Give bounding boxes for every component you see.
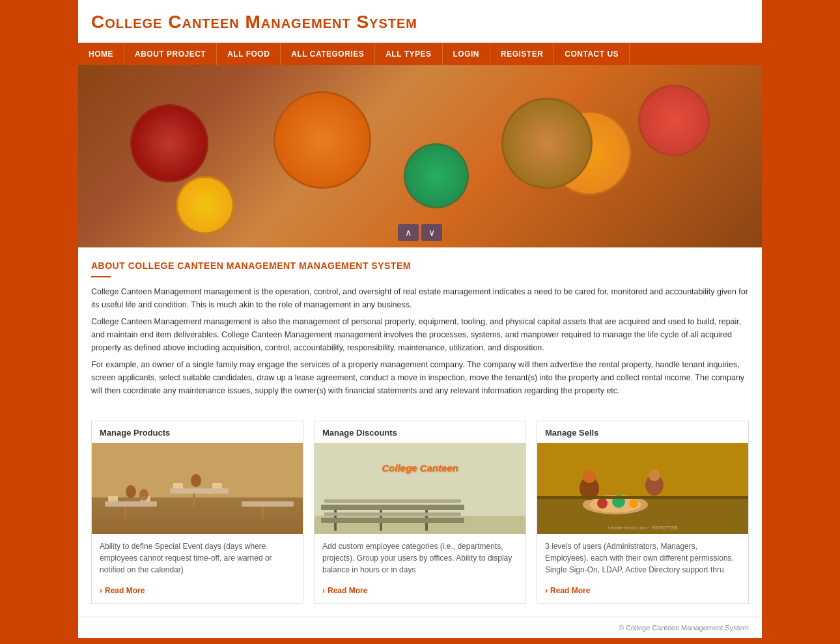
carousel-up-button[interactable]: ∧ [398,224,419,241]
footer-text: © College Canteen Management System [619,624,749,632]
svg-rect-18 [321,518,464,523]
svg-rect-6 [242,501,294,507]
food-decoration [404,143,469,208]
manage-discounts-desc: Add custom employee categories (i.e., de… [315,534,525,582]
svg-rect-24 [425,523,428,531]
svg-rect-22 [334,523,337,531]
svg-point-14 [191,474,201,487]
carousel-down-button[interactable]: ∨ [421,224,442,241]
about-text: College Canteen Management management is… [91,285,749,397]
manage-sells-image: shutterstock.com · 605927558 [537,443,748,534]
hero-image [78,65,762,247]
nav-item-all-types[interactable]: ALL TYPES [375,43,442,65]
navbar: HOMEABOUT PROJECTALL FOODALL CATEGORIESA… [78,43,762,65]
food-decoration [638,85,710,156]
svg-rect-4 [170,488,229,494]
svg-rect-38 [537,496,748,499]
nav-item-home[interactable]: HOME [78,43,124,65]
svg-text:shutterstock.com · 605927558: shutterstock.com · 605927558 [608,525,678,531]
manage-products-readmore[interactable]: › Read More [92,582,303,603]
food-decoration [176,176,234,234]
manage-discounts-card: Manage Discounts [314,421,526,604]
svg-rect-11 [212,483,222,488]
svg-point-13 [139,489,148,501]
svg-rect-7 [261,507,264,520]
about-title: ABOUT COLLEGE CANTEEN MANAGEMENT MANAGEM… [91,260,749,271]
manage-products-desc: Ability to define Special Event days (da… [92,534,303,582]
svg-point-35 [583,470,596,483]
nav-item-register[interactable]: REGISTER [490,43,554,65]
about-para-1: College Canteen Management management is… [91,285,749,311]
food-decoration [501,98,593,189]
chevron-right-icon: › [100,586,102,595]
svg-rect-25 [324,499,461,503]
about-para-2: College Canteen Management management is… [91,315,749,354]
svg-rect-26 [324,512,461,516]
nav-item-about-project[interactable]: ABOUT PROJECT [124,43,217,65]
about-para-3: For example, an owner of a single family… [91,358,749,397]
manage-sells-readmore[interactable]: › Read More [537,582,748,603]
svg-point-12 [126,485,136,498]
svg-rect-9 [141,496,150,501]
svg-rect-17 [321,505,464,510]
svg-rect-2 [105,501,157,507]
about-section: ABOUT COLLEGE CANTEEN MANAGEMENT MANAGEM… [78,247,762,408]
svg-rect-1 [92,497,303,534]
manage-sells-desc: 3 levels of users (Administrators, Manag… [537,534,748,582]
manage-products-image [92,443,303,534]
nav-item-contact-us[interactable]: CONTACT US [554,43,630,65]
college-canteen-badge: College Canteen [382,462,458,473]
nav-item-all-categories[interactable]: ALL CATEGORIES [281,43,375,65]
manage-products-title: Manage Products [92,421,303,443]
nav-item-login[interactable]: LOGIN [443,43,491,65]
food-decoration [130,104,208,182]
chevron-right-icon: › [545,586,548,595]
manage-sells-title: Manage Sells [537,421,748,443]
footer: © College Canteen Management System [78,617,762,638]
cards-section: Manage Products [78,408,762,617]
svg-rect-23 [380,523,382,531]
svg-rect-3 [124,507,127,520]
svg-point-33 [629,499,638,508]
svg-rect-5 [193,494,195,507]
chevron-right-icon: › [322,586,325,595]
hero-banner: ∧ ∨ [78,65,762,247]
svg-rect-8 [108,496,118,501]
manage-discounts-image: College Canteen [315,443,525,534]
nav-item-all-food[interactable]: ALL FOOD [217,43,281,65]
svg-rect-10 [173,483,183,488]
carousel-controls: ∧ ∨ [398,224,442,241]
manage-discounts-readmore[interactable]: › Read More [315,582,525,603]
svg-point-37 [649,469,660,481]
food-decoration [273,91,371,189]
about-divider [91,276,111,277]
site-title: College Canteen Management System [91,12,749,33]
manage-products-card: Manage Products [91,421,303,604]
svg-point-31 [597,498,608,509]
manage-discounts-title: Manage Discounts [315,421,525,443]
manage-sells-card: Manage Sells [537,421,749,604]
